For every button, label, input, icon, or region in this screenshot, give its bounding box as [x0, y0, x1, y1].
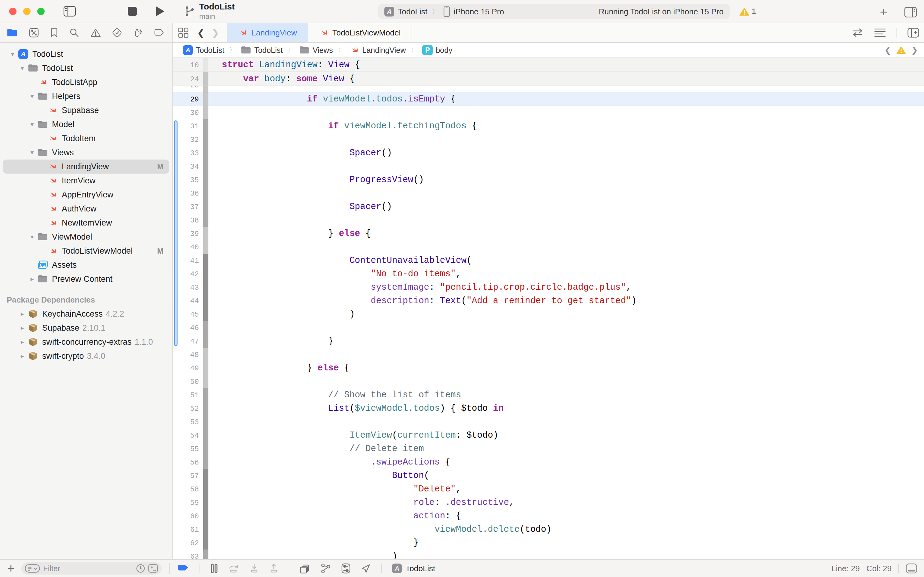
code-line-54[interactable]: 54 ItemView(currentItem: $todo) [173, 429, 924, 442]
line-number[interactable]: 51 [173, 390, 199, 400]
breadcrumb-body[interactable]: Pbody [422, 45, 452, 55]
fold-ribbon[interactable] [203, 321, 208, 334]
tree-item-TodoList[interactable]: ▾ATodoList [3, 47, 169, 61]
adjust-editor-icon[interactable] [874, 28, 886, 37]
tab-LandingView[interactable]: LandingView [227, 23, 308, 42]
fold-ribbon[interactable] [203, 482, 208, 496]
code-line-57[interactable]: 57 Button( [173, 469, 924, 482]
disclosure-chevron-icon[interactable]: ▾ [17, 64, 27, 72]
code-line-45[interactable]: 45 ) [173, 308, 924, 321]
tree-item-TodoListViewModel[interactable]: TodoListViewModelM [3, 244, 169, 258]
add-file-button[interactable]: + [7, 562, 14, 575]
fold-ribbon[interactable] [203, 280, 208, 294]
tree-item-Supabase[interactable]: Supabase [3, 103, 169, 118]
package-item-KeychainAccess[interactable]: ▸KeychainAccess4.2.2 [3, 307, 169, 321]
line-number[interactable]: 53 [173, 417, 199, 426]
related-items-grid-icon[interactable] [178, 27, 188, 38]
tree-item-TodoListApp[interactable]: TodoListApp [3, 75, 169, 89]
line-number[interactable]: 57 [173, 471, 199, 480]
pause-icon[interactable] [211, 564, 218, 573]
sidebar-toggle-icon[interactable] [64, 6, 76, 16]
fold-ribbon[interactable] [203, 348, 208, 361]
fold-ribbon[interactable] [203, 254, 208, 267]
code-line-42[interactable]: 42 "No to-do items", [173, 267, 924, 280]
fold-ribbon[interactable] [203, 415, 208, 429]
fold-ribbon[interactable] [203, 173, 208, 187]
package-item-swift-crypto[interactable]: ▸swift-crypto3.4.0 [3, 349, 169, 363]
line-number[interactable]: 58 [173, 485, 199, 493]
fold-ribbon[interactable] [203, 429, 208, 442]
code-line-30[interactable]: 30 [173, 106, 924, 119]
fold-ribbon[interactable] [203, 496, 208, 509]
code-line-39[interactable]: 39 } else { [173, 227, 924, 240]
code-line-29[interactable]: 29 if viewModel.todos.isEmpty { [173, 92, 924, 106]
line-number[interactable]: 52 [173, 404, 199, 413]
code-line-58[interactable]: 58 "Delete", [173, 482, 924, 496]
fold-ribbon[interactable] [203, 509, 208, 522]
fold-ribbon[interactable] [203, 361, 208, 375]
fold-ribbon[interactable] [203, 200, 208, 213]
code-line-61[interactable]: 61 viewModel.delete(todo) [173, 522, 924, 536]
tree-item-TodoList[interactable]: ▾TodoList [3, 61, 169, 75]
line-number[interactable]: 10 [173, 61, 199, 69]
breakpoints-icon[interactable] [154, 29, 165, 37]
step-over-icon[interactable] [228, 564, 239, 573]
fold-ribbon[interactable] [203, 522, 208, 536]
right-panel-icon[interactable] [905, 7, 917, 18]
code-line-33[interactable]: 33 Spacer() [173, 146, 924, 160]
fold-ribbon[interactable] [203, 308, 208, 321]
line-number[interactable]: 28 [173, 86, 199, 90]
disclosure-chevron-icon[interactable]: ▾ [27, 149, 37, 156]
code-line-52[interactable]: 52 List($viewModel.todos) { $todo in [173, 401, 924, 415]
tree-item-Assets[interactable]: Assets [3, 258, 169, 272]
line-number[interactable]: 55 [173, 444, 199, 453]
line-number[interactable]: 62 [173, 538, 199, 547]
next-issue-icon[interactable]: ❯ [911, 45, 918, 55]
disclosure-chevron-icon[interactable]: ▾ [27, 93, 37, 100]
package-item-swift-concurrency-extras[interactable]: ▸swift-concurrency-extras1.1.0 [3, 335, 169, 349]
simulate-location-icon[interactable] [361, 564, 371, 573]
fold-ribbon[interactable] [203, 187, 208, 200]
code-line-28[interactable]: 28 [173, 86, 924, 92]
code-line-63[interactable]: 63 ) [173, 550, 924, 559]
source-editor[interactable]: 10struct LandingView: View {24 var body:… [173, 58, 924, 559]
code-line-24[interactable]: 24 var body: some View { [173, 72, 924, 86]
breadcrumb-Views[interactable]: Views [299, 46, 333, 55]
code-line-35[interactable]: 35 ProgressView() [173, 173, 924, 187]
code-line-41[interactable]: 41 ContentUnavailableView( [173, 254, 924, 267]
code-line-44[interactable]: 44 description: Text("Add a reminder to … [173, 294, 924, 308]
code-line-56[interactable]: 56 .swipeActions { [173, 455, 924, 469]
disclosure-chevron-icon[interactable]: ▸ [17, 310, 27, 318]
fold-ribbon[interactable] [203, 119, 208, 133]
tree-item-Model[interactable]: ▾Model [3, 118, 169, 131]
fold-ribbon[interactable] [203, 72, 208, 85]
add-editor-icon[interactable] [908, 28, 919, 38]
scheme-and-status-bar[interactable]: A TodoList 〉 iPhone 15 Pro Running TodoL… [378, 4, 730, 19]
breadcrumb-TodoList[interactable]: ATodoList [183, 45, 224, 55]
fold-ribbon[interactable] [203, 442, 208, 455]
fold-ribbon[interactable] [203, 86, 208, 92]
recent-files-clock-icon[interactable] [136, 564, 145, 573]
disclosure-chevron-icon[interactable]: ▾ [27, 121, 37, 128]
fold-ribbon[interactable] [203, 294, 208, 308]
source-control-icon[interactable] [29, 28, 39, 38]
disclosure-chevron-icon[interactable]: ▸ [17, 324, 27, 332]
project-navigator-icon[interactable] [7, 28, 18, 37]
step-out-icon[interactable] [269, 564, 278, 573]
code-line-62[interactable]: 62 } [173, 536, 924, 550]
run-button[interactable] [155, 6, 165, 17]
stop-button[interactable] [127, 6, 137, 16]
fold-ribbon[interactable] [203, 160, 208, 173]
disclosure-chevron-icon[interactable]: ▸ [27, 276, 37, 283]
disclosure-chevron-icon[interactable]: ▾ [27, 233, 37, 240]
minimize-window-button[interactable] [23, 8, 31, 15]
breakpoints-toggle-icon[interactable] [177, 564, 189, 573]
warning-icon[interactable] [897, 46, 906, 54]
breadcrumb-LandingView[interactable]: LandingView [349, 45, 406, 55]
line-number[interactable]: 29 [173, 95, 199, 103]
code-line-46[interactable]: 46 [173, 321, 924, 334]
scm-filter-icon[interactable] [148, 564, 158, 573]
code-line-10[interactable]: 10struct LandingView: View { [173, 58, 924, 72]
tree-item-Preview Content[interactable]: ▸Preview Content [3, 272, 169, 286]
tree-item-AuthView[interactable]: AuthView [3, 202, 169, 216]
